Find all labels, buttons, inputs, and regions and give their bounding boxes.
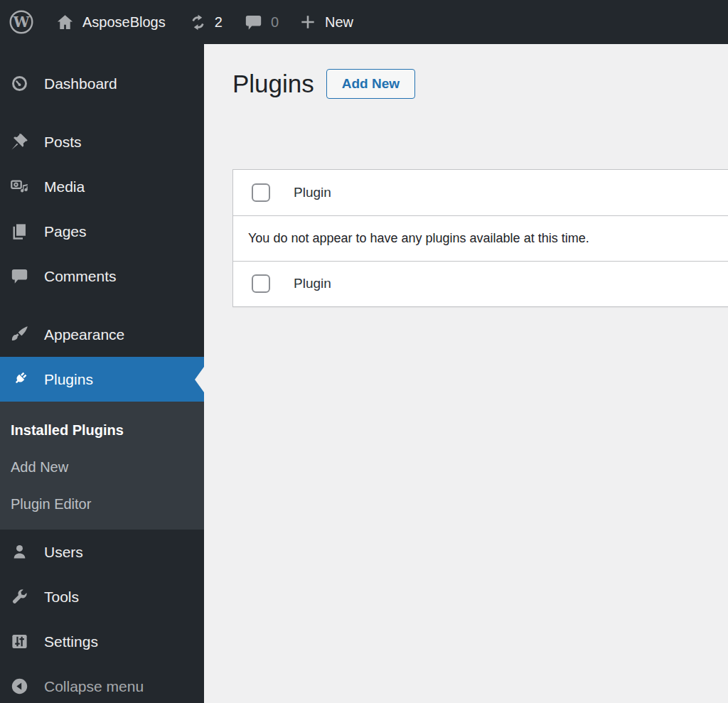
comments-count: 0 [271,14,279,31]
add-new-button[interactable]: Add New [326,69,415,99]
updates-count: 2 [215,14,223,31]
sidebar-label: Users [44,544,83,561]
plugins-submenu: Installed Plugins Add New Plugin Editor [0,402,204,530]
collapse-menu-button[interactable]: Collapse menu [0,664,204,703]
sidebar-label: Posts [44,134,82,151]
plugin-column-header: Plugin [294,185,331,200]
new-content-link[interactable]: New [299,13,353,31]
sidebar-item-comments[interactable]: Comments [0,254,204,299]
home-icon [55,13,75,32]
plus-icon [299,13,317,31]
svg-text:W: W [13,14,30,31]
sidebar-label: Tools [44,589,79,606]
wordpress-logo-icon: W [9,9,34,35]
sidebar-item-settings[interactable]: Settings [0,619,204,664]
sidebar-item-posts[interactable]: Posts [0,119,204,164]
sidebar-item-plugins[interactable]: Plugins [0,357,204,402]
sidebar-label: Settings [44,633,98,650]
menu-separator [0,106,204,119]
layout: Dashboard Posts Media [0,44,728,703]
sidebar-item-dashboard[interactable]: Dashboard [0,61,204,106]
wordpress-logo[interactable]: W [9,9,34,35]
collapse-arrow-icon [10,677,29,696]
update-icon [188,13,208,32]
table-empty-row: You do not appear to have any plugins av… [233,215,728,261]
site-name-link[interactable]: AsposeBlogs [55,13,166,32]
sidebar-label: Appearance [44,326,124,343]
comments-link[interactable]: 0 [244,13,279,32]
page-title: Plugins [232,68,314,100]
updates-link[interactable]: 2 [188,13,223,32]
table-header-row: Plugin [233,170,728,215]
main-content: Plugins Add New Plugin You do not appear… [204,44,728,703]
submenu-label: Plugin Editor [11,496,91,513]
sidebar-item-appearance[interactable]: Appearance [0,312,204,357]
sidebar-label: Comments [44,268,117,285]
comments-icon [10,267,29,286]
sidebar-label: Pages [44,223,87,240]
plugin-column-footer: Plugin [294,276,331,291]
sidebar-item-pages[interactable]: Pages [0,209,204,254]
posts-icon [10,132,29,151]
submenu-label: Installed Plugins [11,422,124,439]
admin-bar: W AsposeBlogs 2 0 [0,0,728,44]
collapse-menu-label: Collapse menu [44,678,144,695]
submenu-item-add-new[interactable]: Add New [0,449,204,485]
pages-icon [10,222,29,241]
plugins-icon [10,370,29,389]
tools-icon [10,587,29,606]
media-icon [10,177,29,196]
sidebar-item-media[interactable]: Media [0,164,204,209]
site-name: AsposeBlogs [82,14,166,31]
dashboard-icon [10,74,29,93]
plugins-table: Plugin You do not appear to have any plu… [232,169,728,307]
sidebar-label: Dashboard [44,75,117,92]
submenu-item-installed-plugins[interactable]: Installed Plugins [0,412,204,449]
comment-icon [244,13,263,32]
no-plugins-message: You do not appear to have any plugins av… [248,231,589,246]
sidebar-item-tools[interactable]: Tools [0,574,204,619]
users-icon [10,542,29,562]
select-all-checkbox-bottom[interactable] [252,274,270,293]
sidebar-label: Plugins [44,371,93,388]
sidebar-item-users[interactable]: Users [0,530,204,574]
menu-separator [0,299,204,312]
table-footer-row: Plugin [233,261,728,306]
new-label: New [325,14,353,31]
submenu-item-plugin-editor[interactable]: Plugin Editor [0,485,204,522]
submenu-label: Add New [11,459,68,476]
select-all-checkbox-top[interactable] [252,183,270,202]
sidebar-label: Media [44,178,85,195]
settings-icon [10,632,29,651]
admin-sidebar: Dashboard Posts Media [0,44,204,703]
appearance-icon [10,325,29,344]
page-header: Plugins Add New [232,68,728,100]
